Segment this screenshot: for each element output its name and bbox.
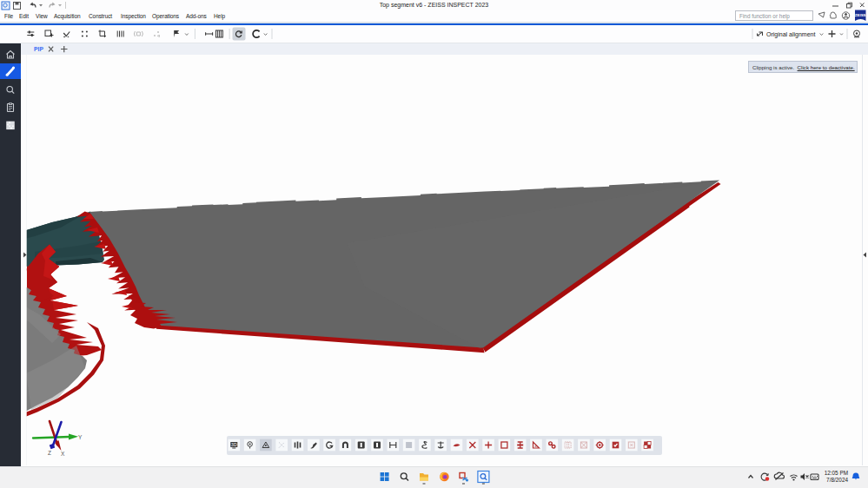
svg-text:Z: Z xyxy=(48,450,51,456)
svg-text:X: X xyxy=(61,451,65,457)
svg-text:Y: Y xyxy=(78,434,83,440)
svg-text:ZEISS: ZEISS xyxy=(855,13,866,17)
svg-text:Original alignment: Original alignment xyxy=(766,31,815,38)
svg-text:3D: 3D xyxy=(231,442,237,447)
